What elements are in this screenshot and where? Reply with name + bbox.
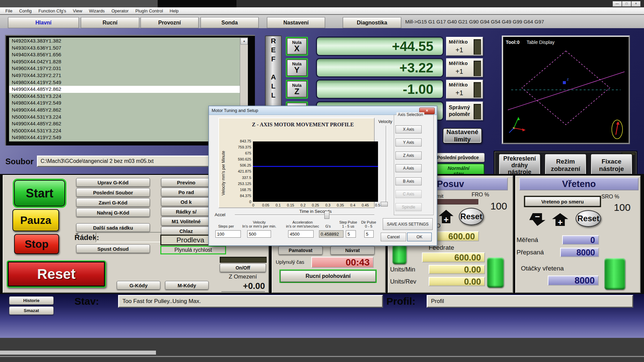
sro-reset-button[interactable]: Reset bbox=[576, 210, 601, 227]
dir-pulse-input[interactable] bbox=[364, 230, 374, 238]
reset-button[interactable]: Reset bbox=[7, 260, 106, 288]
scroll-up-icon[interactable]: ▲ bbox=[240, 38, 248, 45]
gcode-line[interactable]: N5000X44.531Y3.224 bbox=[9, 127, 240, 134]
sro-slider[interactable] bbox=[604, 258, 625, 290]
scale-control[interactable]: Měřítko +1 bbox=[446, 58, 483, 77]
menu-item[interactable]: Config bbox=[16, 8, 35, 13]
display-mode-button[interactable]: Režim zobrazení bbox=[544, 154, 587, 177]
gcode-line[interactable]: N4990X44.485Y2.862 bbox=[9, 120, 240, 127]
option-button[interactable]: Rádky s/ bbox=[161, 207, 211, 216]
gcode-line[interactable]: N4920X43.383Y1.382 bbox=[9, 38, 240, 45]
menu-item[interactable]: File bbox=[2, 8, 16, 13]
gcode-line[interactable]: N5000X44.531Y3.224 bbox=[9, 114, 240, 121]
spindle-cw-button[interactable]: Vreteno po smeru bbox=[525, 197, 600, 206]
z-limit-value[interactable]: +0.00 bbox=[221, 281, 265, 292]
zero-axis-button[interactable]: Nula X bbox=[286, 37, 308, 56]
save-axis-settings-button[interactable]: SAVE AXIS SETTINGS bbox=[383, 218, 433, 230]
fro-value-display[interactable]: 600.00 bbox=[432, 231, 479, 241]
stop-button[interactable]: Stop bbox=[14, 234, 59, 254]
screen-tab[interactable]: Rucní bbox=[81, 17, 139, 28]
screen-tab[interactable]: Nastavení bbox=[267, 17, 325, 28]
axis-dro-display[interactable]: +3.22 bbox=[317, 59, 443, 76]
gcode-line[interactable]: N4940X43.856Y1.656 bbox=[9, 51, 240, 58]
start-button[interactable]: Start bbox=[14, 180, 65, 206]
gcode-line[interactable]: N4980X44.419Y2.549 bbox=[9, 134, 240, 141]
zero-axis-button[interactable]: Nula Y bbox=[286, 58, 308, 77]
menu-item[interactable]: Operator bbox=[108, 8, 132, 13]
z-inhibit-onoff-button[interactable]: On/Off bbox=[220, 263, 266, 272]
last-wizard-button[interactable]: Poslední průvodce bbox=[431, 153, 485, 162]
manual-jog-button[interactable]: Rucní polohování bbox=[280, 270, 376, 282]
return-button[interactable]: Návrat bbox=[330, 246, 375, 255]
option-button[interactable]: M1 Volitelné bbox=[161, 217, 211, 226]
regenerate-toolpath-button[interactable]: Překreslení dráhy nástroje bbox=[498, 154, 541, 177]
radius-correct-control[interactable]: Správný poloměr bbox=[446, 102, 483, 120]
gcode-line[interactable]: N4970X44.323Y2.271 bbox=[9, 72, 240, 79]
axis-dro-display[interactable]: +44.55 bbox=[317, 38, 443, 55]
axis-select-button[interactable]: Y Axis bbox=[395, 138, 422, 146]
option-button[interactable]: Chlaz bbox=[161, 227, 211, 235]
gcode-line[interactable]: N5000X44.531Y3.224 bbox=[9, 93, 240, 100]
spindle-rpm-display[interactable]: 8000 bbox=[548, 276, 599, 286]
menu-item[interactable]: PlugIn Control bbox=[132, 8, 166, 13]
gcode-line[interactable]: N4980X44.419Y2.549 bbox=[9, 79, 240, 86]
close-icon[interactable]: × bbox=[631, 1, 641, 7]
restore-icon[interactable]: □ bbox=[622, 1, 631, 7]
fro-slider[interactable] bbox=[392, 244, 407, 264]
gcode-line[interactable]: N4950X44.042Y1.828 bbox=[9, 58, 240, 65]
option-button[interactable]: Po rad bbox=[161, 188, 211, 196]
acceleration-input[interactable] bbox=[288, 230, 314, 238]
feedrate-slider[interactable] bbox=[487, 257, 504, 288]
option-button[interactable]: Previno bbox=[161, 178, 211, 187]
gcode-list[interactable]: N4920X43.383Y1.382N4930X43.636Y1.507N494… bbox=[9, 38, 240, 141]
zero-axis-button[interactable]: Nula Z bbox=[286, 80, 308, 99]
velocity-slider-track[interactable] bbox=[386, 126, 387, 206]
remember-button[interactable]: Pamatovat bbox=[278, 246, 323, 255]
axis-select-button[interactable]: Spindle bbox=[395, 203, 422, 211]
axis-select-button[interactable]: Z Axis bbox=[395, 152, 422, 160]
jog-follow-button[interactable]: Fixace nástroje bbox=[590, 154, 633, 177]
step-pulse-input[interactable] bbox=[346, 230, 356, 238]
clear-status-button[interactable]: Smazat bbox=[9, 306, 54, 315]
file-button[interactable]: Uprav G-Kód bbox=[76, 178, 150, 187]
gcode-line[interactable]: N4930X43.636Y1.507 bbox=[9, 45, 240, 52]
accel-slider-thumb[interactable] bbox=[324, 211, 329, 219]
fro-reset-button[interactable]: Reset bbox=[459, 208, 484, 225]
gcodes-button[interactable]: G-Kódy bbox=[117, 281, 160, 290]
mcodes-button[interactable]: M-Kódy bbox=[165, 281, 209, 290]
gcode-line[interactable]: N4960X44.197Y2.031 bbox=[9, 65, 240, 72]
gcode-line[interactable]: N4990X44.485Y2.862 bbox=[9, 107, 240, 114]
file-button[interactable]: Zavri G-Kód bbox=[76, 198, 150, 207]
scale-control[interactable]: Měřítko +1 bbox=[446, 80, 483, 99]
gcode-line[interactable]: N4980X44.419Y2.549 bbox=[9, 100, 240, 107]
axis-select-button[interactable]: A Axis bbox=[395, 164, 422, 172]
screen-tab[interactable]: Provozní bbox=[141, 17, 199, 28]
screen-tab[interactable]: Diagnostika bbox=[343, 17, 401, 28]
history-button[interactable]: Historie bbox=[9, 296, 54, 305]
velocity-slider-thumb[interactable] bbox=[381, 202, 388, 206]
menu-item[interactable]: Wizards bbox=[86, 8, 108, 13]
cancel-button[interactable]: Cancel bbox=[381, 233, 406, 241]
file-button[interactable]: Nahraj G-Kód bbox=[76, 208, 150, 217]
file-button[interactable]: Poslední Soubor bbox=[76, 188, 150, 197]
axis-select-button[interactable]: C Axis bbox=[395, 190, 422, 198]
option-button[interactable]: Od k bbox=[161, 197, 211, 206]
override-rpm-display[interactable]: 8000 bbox=[560, 248, 599, 257]
gcode-line[interactable]: N4990X44.485Y2.862 bbox=[9, 86, 240, 93]
feedrate-display[interactable]: 600.00 bbox=[422, 252, 485, 262]
menu-item[interactable]: View bbox=[69, 8, 86, 13]
axis-dro-display[interactable]: -1.00 bbox=[317, 80, 443, 98]
scale-control[interactable]: Měřítko +1 bbox=[446, 37, 483, 56]
accel-slider-track[interactable] bbox=[235, 215, 374, 216]
screen-tab[interactable]: Sonda bbox=[201, 17, 259, 28]
constant-velocity-indicator[interactable]: Plynulá rychlost bbox=[160, 246, 226, 254]
minimize-icon[interactable]: — bbox=[612, 1, 622, 7]
axis-select-button[interactable]: X Axis bbox=[395, 125, 422, 133]
steps-per-input[interactable] bbox=[215, 230, 241, 238]
next-line-set-button[interactable]: Další sada rádku bbox=[76, 223, 150, 232]
run-from-here-button[interactable]: Spust Odsud bbox=[76, 244, 150, 253]
menu-item[interactable]: Function Cfg's bbox=[35, 8, 70, 13]
velocity-input[interactable] bbox=[247, 230, 271, 238]
soft-limits-button[interactable]: Nastavené limity bbox=[443, 128, 482, 143]
ok-button[interactable]: OK bbox=[407, 233, 432, 241]
